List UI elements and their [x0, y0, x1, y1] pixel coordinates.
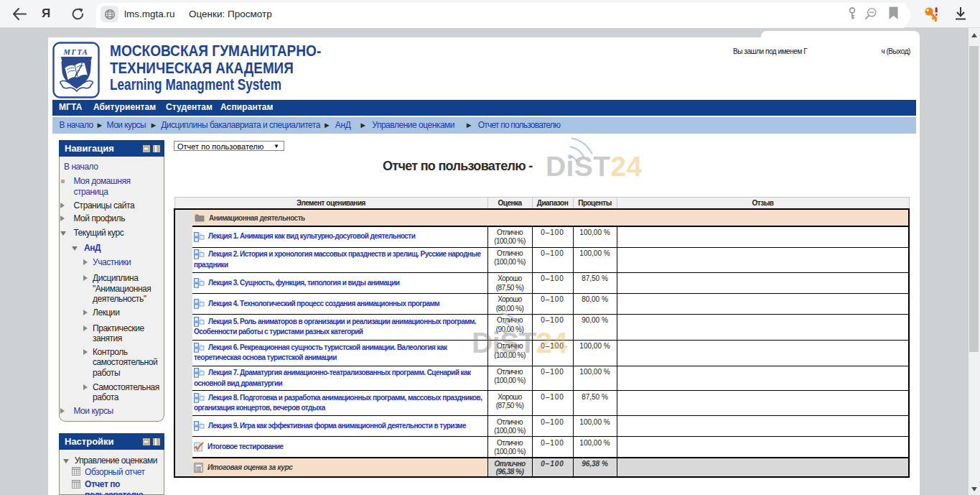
- svg-text:МГТА: МГТА: [63, 48, 89, 56]
